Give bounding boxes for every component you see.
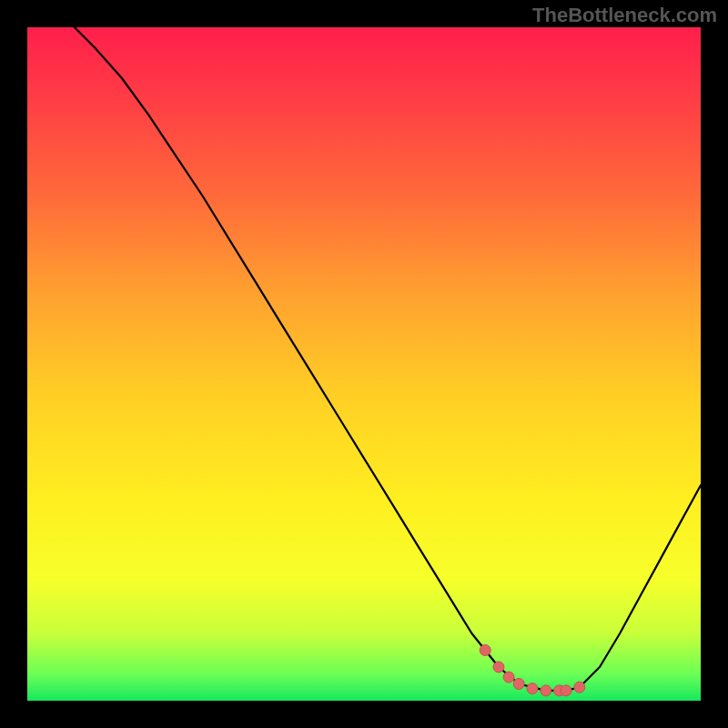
- marker-dot: [541, 685, 551, 696]
- chart-svg: [27, 27, 701, 701]
- marker-dot: [503, 672, 514, 682]
- marker-dot: [527, 683, 538, 694]
- marker-dot: [513, 679, 524, 690]
- marker-dot: [480, 645, 490, 656]
- chart-container: TheBottleneck.com: [0, 0, 728, 728]
- watermark-label: TheBottleneck.com: [532, 4, 717, 27]
- gradient-background: [27, 27, 701, 701]
- marker-dot: [574, 682, 585, 693]
- marker-dot: [561, 685, 571, 696]
- marker-dot: [493, 662, 504, 672]
- plot-area: [27, 27, 701, 701]
